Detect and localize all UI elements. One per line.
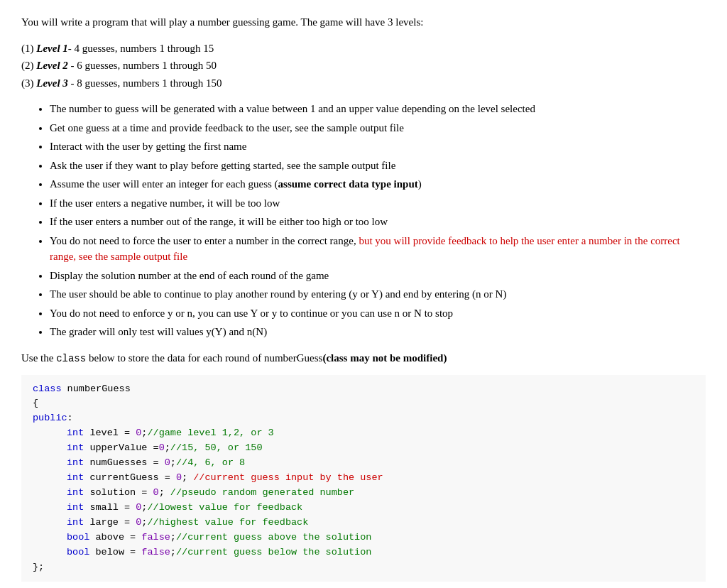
comment-small: //lowest value for feedback [147,502,302,513]
level-3-line: (3) Level 3 - 8 guesses, numbers 1 throu… [21,75,706,92]
requirements-list: The number to guess will be generated wi… [50,101,706,340]
bullet-10: The user should be able to continue to p… [50,286,706,303]
use-class-after: below to store the data for each round o… [86,352,322,364]
bullet-8: You do not need to force the user to ent… [50,233,706,265]
level-1-line: (1) Level 1- 4 guesses, numbers 1 throug… [21,40,706,57]
val-0-3: 0 [165,457,170,468]
val-false-2: false [141,547,170,557]
comment-large: //highest value for feedback [147,517,308,528]
val-false-1: false [141,532,170,543]
class-no-modify: (class may not be modified) [322,352,447,364]
code-field-level: int level = 0;//game level 1,2, or 3 [33,426,694,441]
field-numguesses: numGuesses [84,457,147,468]
level-2-detail: - 6 guesses, numbers 1 through 50 [68,60,217,71]
field-below: below [89,547,124,557]
bullet-2: Get one guess at a time and provide feed… [50,120,706,136]
level-3-detail: - 8 guesses, numbers 1 through 150 [68,77,222,89]
public-keyword: public [33,413,67,423]
level-2-number: (2) [21,60,36,71]
code-field-large: int large = 0;//highest value for feedba… [33,516,694,530]
level-3-label: Level 3 [36,77,68,89]
type-bool-1: bool [67,532,89,543]
use-class-before: Use the [21,352,56,364]
level-1-label: Level 1 [36,43,68,54]
bullet-7: If the user enters a number out of the r… [50,214,706,230]
comment-below: //current guess below the solution [176,547,371,557]
type-int-6: int [67,502,84,513]
class-name: numberGuess [62,383,131,394]
level-2-label: Level 2 [36,60,68,71]
code-field-small: int small = 0;//lowest value for feedbac… [33,501,694,516]
comment-uppervalue: //15, 50, or 150 [170,442,263,453]
intro-text: You will write a program that will play … [21,14,706,31]
field-level-init: = [119,428,136,438]
bullet-3: Interact with the user by getting the fi… [50,138,706,155]
field-large: large [84,517,119,528]
code-block: class numberGuess { public: int level = … [21,375,706,582]
comment-above: //current guess above the solution [176,532,371,543]
code-field-numguesses: int numGuesses = 0;//4, 6, or 8 [33,456,694,471]
code-close-brace: }; [33,560,694,575]
code-field-uppervalue: int upperValue =0;//15, 50, or 150 [33,441,694,456]
code-open-brace: { [33,396,694,411]
bullet-5: Assume the user will enter an integer fo… [50,176,706,192]
level-1-number: (1) [21,43,36,54]
comment-numguesses: //4, 6, or 8 [176,457,245,468]
bullet-1: The number to guess will be generated wi… [50,101,706,117]
red-feedback-text: but you will provide feedback to help th… [50,235,680,263]
type-int-2: int [67,442,84,453]
levels-section: (1) Level 1- 4 guesses, numbers 1 throug… [21,40,706,92]
class-keyword-inline: class [56,353,86,364]
field-level: level [84,428,119,438]
field-uppervalue: upperValue [84,442,147,453]
bullet-12: The grader will only test will values y(… [50,324,706,340]
type-bool-2: bool [67,547,89,557]
field-currentguess: currentGuess [84,472,158,483]
type-int-7: int [67,517,84,528]
type-int-3: int [67,457,84,468]
code-class-line: class numberGuess [33,382,694,397]
code-field-solution: int solution = 0; //pseudo random genera… [33,486,694,501]
level-1-detail: - 4 guesses, numbers 1 through 15 [68,43,214,54]
code-field-above: bool above = false;//current guess above… [33,530,694,545]
field-small: small [84,502,119,513]
level-3-number: (3) [21,77,36,89]
level-2-line: (2) Level 2 - 6 guesses, numbers 1 throu… [21,58,706,74]
code-public-line: public: [33,411,694,426]
comment-currentguess: //current guess input by the user [193,472,383,483]
code-field-below: bool below = false;//current guess below… [33,545,694,560]
val-0-2: 0 [159,442,165,453]
bold-assume: assume correct data type input [278,178,418,190]
type-int-1: int [67,428,84,438]
val-0-5: 0 [153,487,159,498]
comment-level: //game level 1,2, or 3 [147,428,273,438]
val-0-4: 0 [176,472,182,483]
use-class-paragraph: Use the class below to store the data fo… [21,350,706,366]
code-field-currentguess: int currentGuess = 0; //current guess in… [33,471,694,486]
bullet-6: If the user enters a negative number, it… [50,195,706,212]
field-solution: solution [84,487,136,498]
field-above: above [89,532,124,543]
bullet-4: Ask the user if they want to play before… [50,158,706,174]
type-int-5: int [67,487,84,498]
bullet-9: Display the solution number at the end o… [50,268,706,284]
comment-solution: //pseudo random generated number [170,487,354,498]
type-int-4: int [67,472,84,483]
class-keyword: class [33,383,62,394]
bullet-11: You do not need to enforce y or n, you c… [50,305,706,322]
